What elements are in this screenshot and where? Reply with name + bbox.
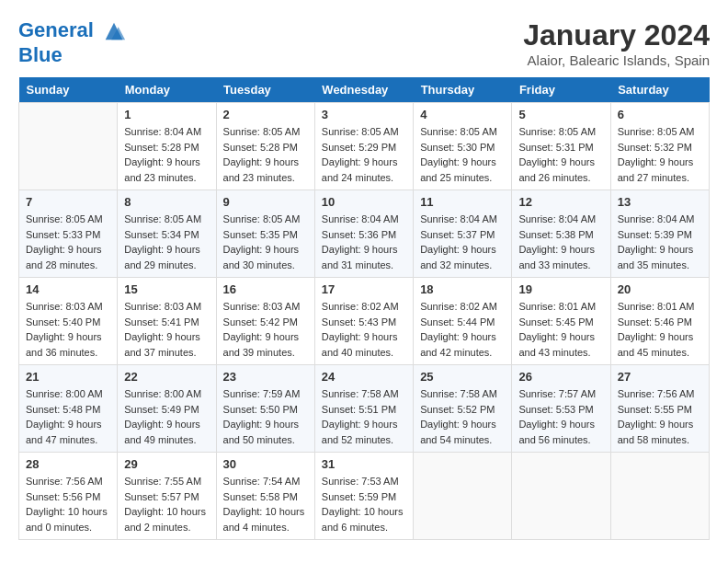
- calendar-week-row: 1Sunrise: 8:04 AMSunset: 5:28 PMDaylight…: [19, 103, 710, 190]
- calendar-week-row: 21Sunrise: 8:00 AMSunset: 5:48 PMDayligh…: [19, 365, 710, 453]
- logo: General Blue: [18, 18, 127, 66]
- calendar-cell: 31Sunrise: 7:53 AMSunset: 5:59 PMDayligh…: [314, 453, 413, 540]
- day-number: 26: [518, 370, 603, 384]
- calendar-cell: 14Sunrise: 8:03 AMSunset: 5:40 PMDayligh…: [19, 278, 118, 365]
- day-number: 14: [26, 282, 110, 296]
- day-number: 3: [322, 108, 406, 121]
- day-number: 29: [124, 457, 209, 471]
- day-number: 9: [223, 195, 308, 209]
- day-number: 20: [618, 282, 702, 296]
- title-block: January 2024 Alaior, Balearic Islands, S…: [523, 18, 710, 68]
- location: Alaior, Balearic Islands, Spain: [523, 52, 710, 68]
- day-info: Sunrise: 8:01 AMSunset: 5:45 PMDaylight:…: [518, 299, 603, 360]
- day-info: Sunrise: 8:02 AMSunset: 5:43 PMDaylight:…: [322, 299, 406, 360]
- day-info: Sunrise: 8:05 AMSunset: 5:29 PMDaylight:…: [322, 124, 406, 185]
- calendar-cell: 17Sunrise: 8:02 AMSunset: 5:43 PMDayligh…: [314, 278, 413, 365]
- col-header-friday: Friday: [512, 77, 610, 103]
- calendar-cell: 28Sunrise: 7:56 AMSunset: 5:56 PMDayligh…: [19, 453, 118, 540]
- day-number: 27: [618, 370, 702, 384]
- calendar-cell: 23Sunrise: 7:59 AMSunset: 5:50 PMDayligh…: [216, 365, 314, 453]
- day-info: Sunrise: 8:05 AMSunset: 5:34 PMDaylight:…: [124, 212, 209, 272]
- day-info: Sunrise: 7:59 AMSunset: 5:50 PMDaylight:…: [223, 386, 308, 447]
- calendar-cell: 13Sunrise: 8:04 AMSunset: 5:39 PMDayligh…: [610, 190, 709, 278]
- day-info: Sunrise: 8:03 AMSunset: 5:42 PMDaylight:…: [223, 299, 308, 360]
- calendar-cell: 12Sunrise: 8:04 AMSunset: 5:38 PMDayligh…: [512, 190, 610, 278]
- calendar-cell: [610, 453, 709, 540]
- day-info: Sunrise: 7:55 AMSunset: 5:57 PMDaylight:…: [124, 474, 209, 534]
- calendar-week-row: 28Sunrise: 7:56 AMSunset: 5:56 PMDayligh…: [19, 453, 710, 540]
- day-number: 17: [322, 282, 406, 296]
- day-number: 12: [518, 195, 603, 209]
- day-info: Sunrise: 8:05 AMSunset: 5:33 PMDaylight:…: [26, 212, 110, 272]
- calendar-cell: 29Sunrise: 7:55 AMSunset: 5:57 PMDayligh…: [118, 453, 216, 540]
- day-info: Sunrise: 8:03 AMSunset: 5:40 PMDaylight:…: [26, 299, 110, 360]
- day-info: Sunrise: 7:54 AMSunset: 5:58 PMDaylight:…: [223, 474, 308, 534]
- day-info: Sunrise: 8:00 AMSunset: 5:48 PMDaylight:…: [26, 386, 110, 447]
- calendar-week-row: 14Sunrise: 8:03 AMSunset: 5:40 PMDayligh…: [19, 278, 710, 365]
- day-number: 18: [420, 282, 505, 296]
- day-number: 8: [124, 195, 209, 209]
- day-info: Sunrise: 8:00 AMSunset: 5:49 PMDaylight:…: [124, 386, 209, 447]
- calendar-cell: [512, 453, 610, 540]
- logo-blue: Blue: [18, 44, 127, 66]
- calendar-cell: 19Sunrise: 8:01 AMSunset: 5:45 PMDayligh…: [512, 278, 610, 365]
- day-number: 22: [124, 370, 209, 384]
- col-header-wednesday: Wednesday: [314, 77, 413, 103]
- day-number: 11: [420, 195, 505, 209]
- calendar-cell: 18Sunrise: 8:02 AMSunset: 5:44 PMDayligh…: [414, 278, 512, 365]
- day-info: Sunrise: 7:58 AMSunset: 5:51 PMDaylight:…: [322, 386, 406, 447]
- calendar-cell: 24Sunrise: 7:58 AMSunset: 5:51 PMDayligh…: [314, 365, 413, 453]
- calendar-cell: 5Sunrise: 8:05 AMSunset: 5:31 PMDaylight…: [512, 103, 610, 190]
- day-info: Sunrise: 8:02 AMSunset: 5:44 PMDaylight:…: [420, 299, 505, 360]
- calendar-cell: 22Sunrise: 8:00 AMSunset: 5:49 PMDayligh…: [118, 365, 216, 453]
- day-info: Sunrise: 8:03 AMSunset: 5:41 PMDaylight:…: [124, 299, 209, 360]
- calendar-cell: 4Sunrise: 8:05 AMSunset: 5:30 PMDaylight…: [414, 103, 512, 190]
- calendar-cell: 16Sunrise: 8:03 AMSunset: 5:42 PMDayligh…: [216, 278, 314, 365]
- day-info: Sunrise: 8:04 AMSunset: 5:38 PMDaylight:…: [518, 212, 603, 272]
- calendar-header-row: SundayMondayTuesdayWednesdayThursdayFrid…: [19, 77, 710, 103]
- calendar-cell: 9Sunrise: 8:05 AMSunset: 5:35 PMDaylight…: [216, 190, 314, 278]
- day-info: Sunrise: 8:05 AMSunset: 5:28 PMDaylight:…: [223, 124, 308, 185]
- day-number: 16: [223, 282, 308, 296]
- calendar-cell: 8Sunrise: 8:05 AMSunset: 5:34 PMDaylight…: [118, 190, 216, 278]
- day-number: 13: [618, 195, 702, 209]
- calendar-cell: 27Sunrise: 7:56 AMSunset: 5:55 PMDayligh…: [610, 365, 709, 453]
- day-info: Sunrise: 8:05 AMSunset: 5:32 PMDaylight:…: [618, 124, 702, 185]
- day-info: Sunrise: 7:58 AMSunset: 5:52 PMDaylight:…: [420, 386, 505, 447]
- day-info: Sunrise: 8:05 AMSunset: 5:31 PMDaylight:…: [518, 124, 603, 185]
- calendar-week-row: 7Sunrise: 8:05 AMSunset: 5:33 PMDaylight…: [19, 190, 710, 278]
- logo-general: General: [18, 18, 94, 41]
- day-info: Sunrise: 8:05 AMSunset: 5:35 PMDaylight:…: [223, 212, 308, 272]
- calendar-cell: [414, 453, 512, 540]
- day-info: Sunrise: 8:04 AMSunset: 5:36 PMDaylight:…: [322, 212, 406, 272]
- calendar-cell: 20Sunrise: 8:01 AMSunset: 5:46 PMDayligh…: [610, 278, 709, 365]
- calendar-cell: [19, 103, 118, 190]
- day-number: 28: [26, 457, 110, 471]
- day-number: 24: [322, 370, 406, 384]
- day-info: Sunrise: 8:05 AMSunset: 5:30 PMDaylight:…: [420, 124, 505, 185]
- day-number: 19: [518, 282, 603, 296]
- day-number: 25: [420, 370, 505, 384]
- calendar-cell: 25Sunrise: 7:58 AMSunset: 5:52 PMDayligh…: [414, 365, 512, 453]
- day-info: Sunrise: 7:56 AMSunset: 5:55 PMDaylight:…: [618, 386, 702, 447]
- day-number: 2: [223, 108, 308, 121]
- calendar-cell: 15Sunrise: 8:03 AMSunset: 5:41 PMDayligh…: [118, 278, 216, 365]
- col-header-saturday: Saturday: [610, 77, 709, 103]
- calendar-cell: 2Sunrise: 8:05 AMSunset: 5:28 PMDaylight…: [216, 103, 314, 190]
- col-header-monday: Monday: [118, 77, 216, 103]
- day-number: 30: [223, 457, 308, 471]
- logo-icon: [101, 18, 127, 44]
- calendar-cell: 7Sunrise: 8:05 AMSunset: 5:33 PMDaylight…: [19, 190, 118, 278]
- logo-text: General: [18, 18, 127, 44]
- calendar-cell: 26Sunrise: 7:57 AMSunset: 5:53 PMDayligh…: [512, 365, 610, 453]
- col-header-thursday: Thursday: [414, 77, 512, 103]
- day-number: 7: [26, 195, 110, 209]
- calendar-table: SundayMondayTuesdayWednesdayThursdayFrid…: [18, 77, 710, 540]
- day-number: 23: [223, 370, 308, 384]
- day-info: Sunrise: 8:01 AMSunset: 5:46 PMDaylight:…: [618, 299, 702, 360]
- col-header-tuesday: Tuesday: [216, 77, 314, 103]
- day-info: Sunrise: 8:04 AMSunset: 5:37 PMDaylight:…: [420, 212, 505, 272]
- day-number: 15: [124, 282, 209, 296]
- col-header-sunday: Sunday: [19, 77, 118, 103]
- day-info: Sunrise: 7:53 AMSunset: 5:59 PMDaylight:…: [322, 474, 406, 534]
